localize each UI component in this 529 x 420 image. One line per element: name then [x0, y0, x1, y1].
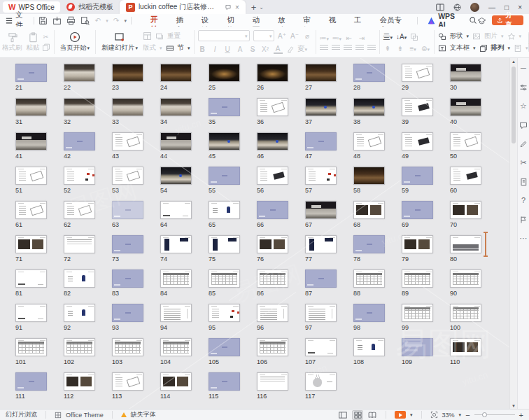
print-preview-icon[interactable]: [80, 16, 90, 25]
slide-cell[interactable]: 57: [305, 167, 353, 201]
slide-thumbnail[interactable]: [15, 235, 47, 253]
reading-view-button[interactable]: [367, 411, 377, 419]
slide-cell[interactable]: 67: [305, 201, 353, 235]
slide-thumbnail[interactable]: [64, 167, 95, 185]
slide-cell[interactable]: 109: [402, 338, 450, 372]
vertical-text-icon[interactable]: ↓A▾: [396, 33, 407, 41]
slide-thumbnail[interactable]: [353, 201, 385, 219]
slide-thumbnail[interactable]: [402, 338, 433, 356]
close-tab-icon[interactable]: ×: [235, 4, 239, 11]
format-painter-button[interactable]: 格式刷: [0, 31, 24, 53]
slide-cell[interactable]: 48: [353, 132, 402, 167]
play-from-current-button[interactable]: 当页开始▾: [58, 31, 92, 53]
align-center-icon[interactable]: [332, 45, 340, 50]
new-tab-button[interactable]: +: [251, 2, 257, 13]
slide-cell[interactable]: 69: [402, 201, 450, 235]
slide-thumbnail[interactable]: [209, 304, 240, 322]
space-after-icon[interactable]: ⇟: [396, 45, 405, 52]
slide-cell[interactable]: 25: [209, 64, 257, 98]
slide-thumbnail[interactable]: [402, 201, 433, 219]
slide-thumbnail[interactable]: [64, 235, 95, 253]
slide-thumbnail[interactable]: [209, 235, 240, 253]
line-spacing-icon[interactable]: ≡▾: [409, 45, 418, 52]
slide-thumbnail[interactable]: [160, 201, 192, 219]
slide-thumbnail[interactable]: [402, 167, 433, 185]
cut-icon[interactable]: ✂: [42, 33, 50, 41]
promotion-icon[interactable]: [477, 17, 486, 24]
edit-icon[interactable]: [519, 139, 528, 148]
slide-cell[interactable]: 83: [112, 270, 160, 304]
zoom-slider[interactable]: [474, 414, 515, 415]
zoom-level-label[interactable]: 33%: [442, 412, 455, 419]
strikethrough-button[interactable]: S: [248, 46, 258, 53]
slide-cell[interactable]: 36: [257, 98, 305, 132]
slide-cell[interactable]: 93: [112, 304, 160, 338]
slide-thumbnail[interactable]: [15, 201, 47, 219]
slide-cell[interactable]: 22: [64, 64, 112, 98]
bullet-list-icon[interactable]: ≔▾: [320, 34, 329, 42]
italic-button[interactable]: I: [211, 46, 220, 53]
menu-tab-2[interactable]: 设计: [197, 13, 220, 27]
split-view-icon[interactable]: [436, 4, 444, 11]
slide-thumbnail[interactable]: [353, 132, 385, 150]
slide-cell[interactable]: 26: [257, 64, 305, 98]
slide-thumbnail[interactable]: [450, 132, 481, 150]
vertical-scrollbar[interactable]: ▲ ▼: [509, 58, 517, 410]
slide-thumbnail[interactable]: [64, 98, 95, 116]
slide-thumbnail[interactable]: [209, 201, 240, 219]
slide-cell[interactable]: 101: [15, 338, 64, 372]
slide-cell[interactable]: 50: [450, 132, 498, 167]
slide-thumbnail[interactable]: [112, 201, 143, 219]
user-avatar[interactable]: [470, 3, 479, 12]
slide-cell[interactable]: 47: [305, 132, 353, 167]
slide-thumbnail[interactable]: [305, 201, 337, 219]
slide-cell[interactable]: 70: [450, 201, 498, 235]
slide-cell[interactable]: 99: [402, 304, 450, 338]
slide-thumbnail[interactable]: [160, 235, 192, 253]
slide-cell[interactable]: 89: [402, 270, 450, 304]
docer-template-tab[interactable]: 找稻壳模板: [60, 0, 120, 14]
slide-cell[interactable]: 43: [112, 132, 160, 167]
slide-thumbnail[interactable]: [450, 98, 481, 116]
slide-cell[interactable]: 63: [112, 201, 160, 235]
slide-cell[interactable]: 56: [257, 167, 305, 201]
slide-cell[interactable]: 21: [15, 64, 64, 98]
slide-thumbnail[interactable]: [112, 304, 143, 322]
scroll-down-icon[interactable]: ▼: [510, 404, 517, 408]
highlight-icon[interactable]: [286, 45, 295, 53]
slide-thumbnail[interactable]: [353, 98, 385, 116]
slide-thumbnail[interactable]: [257, 201, 288, 219]
slide-thumbnail[interactable]: [15, 132, 47, 150]
slide-thumbnail[interactable]: [402, 132, 433, 150]
comment-bubble-icon[interactable]: [225, 4, 232, 10]
slide-cell[interactable]: 81: [15, 270, 64, 304]
slide-cell[interactable]: 86: [257, 270, 305, 304]
slide-thumbnail[interactable]: [15, 167, 47, 185]
slide-cell[interactable]: 65: [209, 201, 257, 235]
undo-icon[interactable]: ↶: [94, 16, 101, 24]
slide-cell[interactable]: 58: [353, 167, 402, 201]
play-options-chevron-icon[interactable]: ▾: [410, 412, 413, 417]
slide-cell[interactable]: 106: [257, 338, 305, 372]
slide-thumbnail[interactable]: [353, 270, 385, 288]
slide-thumbnail[interactable]: [209, 372, 240, 391]
icon-library-icon[interactable]: [507, 32, 516, 41]
text-effects-button[interactable]: 変▾: [298, 44, 307, 54]
slide-cell[interactable]: 40: [450, 98, 498, 132]
slide-thumbnail[interactable]: [450, 338, 481, 356]
theme-label[interactable]: Office Theme: [66, 412, 104, 419]
slide-cell[interactable]: 75: [209, 235, 257, 270]
missing-fonts-label[interactable]: 缺失字体: [131, 410, 156, 419]
document-tab[interactable]: P luckin coffee 门店装修设计手 ×: [120, 0, 246, 14]
slide-cell[interactable]: 78: [353, 235, 402, 270]
slide-cell[interactable]: 82: [64, 270, 112, 304]
slide-cell[interactable]: 32: [64, 98, 112, 132]
slide-thumbnail[interactable]: [305, 372, 337, 391]
decrease-font-icon[interactable]: A⁻: [290, 32, 299, 40]
slide-cell[interactable]: 95: [209, 304, 257, 338]
zoom-slider-knob[interactable]: [482, 412, 487, 417]
slide-cell[interactable]: 55: [209, 167, 257, 201]
slide-cell[interactable]: 117: [305, 372, 353, 407]
menu-tab-9[interactable]: 会员专享: [374, 13, 413, 27]
slide-cell[interactable]: 44: [160, 132, 209, 167]
